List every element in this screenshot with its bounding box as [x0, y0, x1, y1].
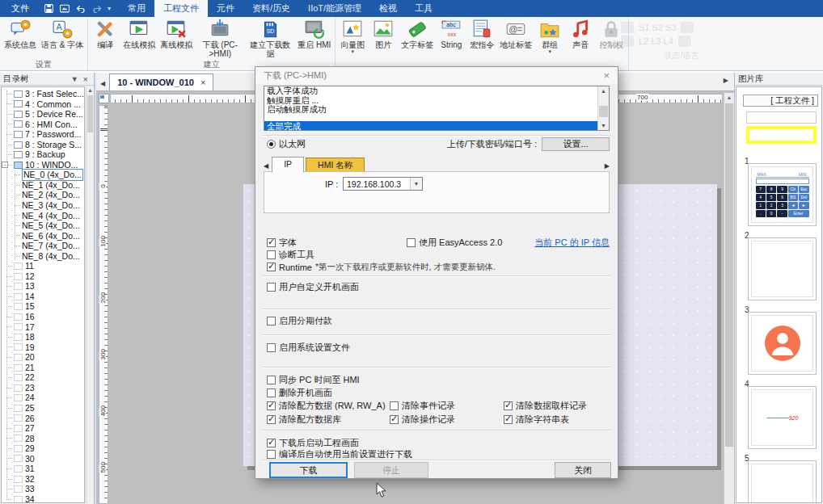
clear-recipe-db-checkbox[interactable]: 清除配方数据库 [267, 414, 341, 426]
sync-pc-time-checkbox[interactable]: 同步 PC 时间至 HMI [267, 374, 360, 386]
tree-item[interactable]: 25 [2, 403, 84, 414]
ribbon-button-download[interactable]: 下载 (PC->HMI) [195, 18, 245, 58]
menu-tab-1[interactable]: 常用 [119, 0, 154, 17]
tree-item[interactable]: NE_7 (4x_Do... [2, 241, 84, 251]
clear-recipe-checkbox[interactable]: 清除配方数据 (RW, RW_A) [267, 400, 386, 412]
tree-item[interactable]: 19 [2, 342, 84, 353]
tab-scroll-right-icon[interactable]: ▶ [720, 77, 732, 87]
tree-item[interactable]: 15 [2, 301, 84, 312]
dialog-title-bar[interactable]: 下载 (PC->HMI) × [255, 67, 618, 84]
tree-item[interactable]: 22 [2, 372, 84, 383]
tree-item[interactable]: 14 [2, 292, 84, 302]
library-selected-slot[interactable] [746, 126, 817, 144]
tree-item[interactable]: NE_6 (4x_Do... [2, 231, 84, 242]
runtime-checkbox[interactable]: Runtime [267, 262, 312, 272]
tab-close-icon[interactable]: × [200, 78, 205, 87]
tree-item[interactable]: 12 [2, 271, 84, 282]
close-button[interactable]: 关闭 [555, 462, 611, 478]
file-menu-button[interactable]: 文件 [0, 0, 40, 17]
save-icon[interactable] [44, 3, 54, 14]
tree-scrollbar[interactable]: ▲ [86, 86, 94, 503]
tree-item[interactable]: 30 [2, 454, 84, 464]
tree-item[interactable]: 33 [2, 484, 84, 494]
ribbon-button-sound[interactable]: 声音 [565, 18, 596, 49]
ribbon-button-address-tag[interactable]: @地址标签 [497, 18, 534, 49]
ribbon-button-offline-simulation[interactable]: 离线模拟 [158, 18, 195, 49]
ribbon-button-compile[interactable]: 编译 [90, 18, 120, 49]
window-tab[interactable]: 10 - WINDOW_010 × [109, 74, 213, 90]
log-scrollbar[interactable]: ▲▼ [597, 86, 609, 130]
tree-item[interactable]: NE_5 (4x_Do... [2, 220, 84, 231]
ribbon-button-build-download-data[interactable]: SD建立下载数据 [245, 18, 295, 58]
tree-item[interactable]: 5 : Device Re... [2, 109, 84, 120]
clear-operation-log-checkbox[interactable]: 清除操作记录 [390, 414, 455, 426]
tree-item[interactable]: 18 [2, 332, 84, 342]
tree-item[interactable]: 34 [2, 494, 84, 503]
combobox-dropdown-icon[interactable]: ▼ [410, 178, 422, 190]
menu-tab-7[interactable]: 工具 [406, 0, 441, 17]
tree-item[interactable]: 26 [2, 414, 84, 424]
ribbon-button-online-simulation[interactable]: 在线模拟 [120, 18, 158, 49]
tree-item[interactable]: 29 [2, 443, 84, 454]
ribbon-button-reboot-hmi[interactable]: 重启 HMI [295, 18, 333, 49]
tree-item[interactable]: 11 [2, 261, 84, 271]
ribbon-button-language-font[interactable]: A语言 & 字体 [39, 18, 86, 49]
tree-item[interactable]: NE_1 (4x_Do... [2, 180, 84, 191]
library-empty-slot[interactable] [746, 111, 817, 124]
tree-item[interactable]: 7 : Password... [2, 129, 84, 140]
start-project-after-download-checkbox[interactable]: 下载后启动工程画面 [267, 437, 359, 449]
ribbon-button-system-info[interactable]: 系统信息 [2, 18, 39, 49]
menu-tab-5[interactable]: IIoT/能源管理 [299, 0, 370, 17]
tree-item[interactable]: 23 [2, 383, 84, 393]
delete-boot-screen-checkbox[interactable]: 删除开机画面 [267, 387, 332, 399]
tree-item[interactable]: 6 : HMI Con... [2, 120, 84, 130]
export-image-icon[interactable] [59, 3, 70, 14]
tree-item[interactable]: 24 [2, 393, 84, 403]
library-item-line[interactable]: 920 [748, 386, 817, 449]
tree-item[interactable]: 28 [2, 434, 84, 444]
tab-ip[interactable]: IP [272, 157, 304, 172]
library-item-empty[interactable] [748, 237, 817, 300]
canvas-vertical-scrollbar[interactable]: ▲ [724, 93, 734, 504]
ribbon-button-string[interactable]: abcxxxString [436, 18, 466, 49]
auto-download-after-compile-checkbox[interactable]: 编译后自动使用当前设置进行下载 [267, 448, 412, 460]
ribbon-button-text-label[interactable]: 文字标签 [399, 18, 436, 49]
ribbon-button-macro[interactable]: 宏指令 [466, 18, 497, 49]
dropdown-arrow-icon[interactable]: ▾ [352, 49, 355, 54]
tab-scroll-left-icon[interactable]: ◀ [96, 80, 109, 90]
ribbon-button-group[interactable]: 群组▾ [534, 18, 565, 54]
tree-item[interactable]: 8 : Storage S... [2, 140, 84, 150]
clear-data-sampling-checkbox[interactable]: 清除数据取样记录 [504, 400, 587, 412]
pc-ip-info-link[interactable]: 当前 PC 的 IP 信息 [534, 237, 610, 249]
redo-icon[interactable] [91, 4, 103, 14]
project-file-button[interactable]: [ 工程文件 ] [743, 94, 818, 107]
clear-string-table-checkbox[interactable]: 清除字符串表 [504, 414, 569, 426]
tree-item[interactable]: 27 [2, 423, 84, 434]
menu-tab-4[interactable]: 资料/历史 [243, 0, 299, 17]
library-item-empty[interactable] [748, 460, 817, 503]
dropdown-arrow-icon[interactable]: ▾ [549, 49, 552, 54]
installment-checkbox[interactable]: 启用分期付款 [267, 315, 332, 327]
undo-icon[interactable] [75, 4, 87, 14]
tree-item[interactable]: NE_2 (4x_Do... [2, 190, 84, 200]
tree-item[interactable]: 21 [2, 363, 84, 373]
tree-item[interactable]: 4 : Common ... [2, 99, 84, 110]
clear-event-log-checkbox[interactable]: 清除事件记录 [390, 400, 455, 412]
easyaccess-checkbox[interactable]: 使用 EasyAccess 2.0 [407, 237, 502, 249]
custom-boot-screen-checkbox[interactable]: 用户自定义开机画面 [267, 281, 359, 293]
library-item-keypad[interactable]: MAX:MIN:789ClrEsc456BSDel123◄►.0-Enter [748, 163, 817, 226]
tree-item[interactable]: 32 [2, 474, 84, 485]
tree-item[interactable]: NE_4 (4x_Do... [2, 211, 84, 221]
diagnostic-tool-checkbox[interactable]: 诊断工具 [267, 249, 314, 261]
font-checkbox[interactable]: 字体 [267, 237, 297, 249]
tree-item[interactable]: 16 [2, 312, 84, 322]
panel-dropdown-icon[interactable]: ▼ [69, 75, 81, 83]
ruler-corner-icon[interactable] [99, 94, 109, 103]
tree-item[interactable]: 20 [2, 352, 84, 363]
tree-expand-icon[interactable]: - [2, 162, 8, 168]
tab-hmi-name[interactable]: HMI 名称 [306, 158, 365, 172]
ethernet-radio[interactable] [267, 140, 276, 149]
settings-button[interactable]: 设置... [542, 137, 610, 151]
tree-item[interactable]: NE_8 (4x_Do... [2, 251, 84, 262]
menu-tab-2[interactable]: 工程文件 [154, 0, 208, 17]
